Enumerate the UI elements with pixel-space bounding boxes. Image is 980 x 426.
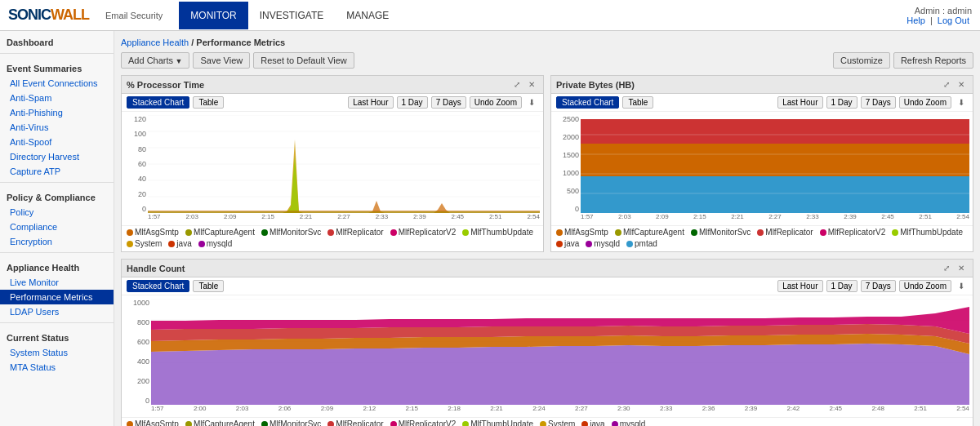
handle-y-axis: 1000 800 600 400 200 0 xyxy=(125,299,151,405)
nav-tabs: MONITOR INVESTIGATE MANAGE xyxy=(179,2,400,29)
help-link[interactable]: Help xyxy=(906,16,925,25)
customize-button[interactable]: Customize xyxy=(833,52,890,69)
handle-stacked-chart-btn[interactable]: Stacked Chart xyxy=(127,280,189,292)
processor-time-controls: ⤢ ✕ xyxy=(510,79,538,90)
tab-manage[interactable]: MANAGE xyxy=(335,2,400,29)
private-close-icon[interactable]: ✕ xyxy=(955,79,968,90)
legend-pb-mlfmonitorsvc: MlfMonitorSvc xyxy=(691,228,751,237)
handle-undo-zoom-btn[interactable]: Undo Zoom xyxy=(899,280,951,292)
breadcrumb-parent[interactable]: Appliance Health xyxy=(121,38,189,47)
breadcrumb-current: Performance Metrics xyxy=(196,38,285,47)
sidebar-item-anti-spoof[interactable]: Anti-Spoof xyxy=(0,135,114,149)
handle-chart-wrapper: 1000 800 600 400 200 0 xyxy=(125,299,969,405)
sidebar-item-mta-status[interactable]: MTA Status xyxy=(0,360,114,375)
divider-1 xyxy=(0,53,114,54)
legend-hc-mlfthumbupdate: MlfThumbUpdate xyxy=(462,419,533,426)
legend-pb-pmtad: pmtad xyxy=(626,239,657,248)
handle-close-icon[interactable]: ✕ xyxy=(955,263,968,273)
toolbar-right: Customize Refresh Reports xyxy=(833,52,973,69)
processor-time-title: % Processor Time xyxy=(127,80,204,90)
svg-marker-12 xyxy=(148,211,540,213)
sidebar-item-encryption[interactable]: Encryption xyxy=(0,234,114,249)
handle-download-icon[interactable]: ⬇ xyxy=(955,281,968,291)
private-table-btn[interactable]: Table xyxy=(622,96,653,109)
handle-svg xyxy=(151,299,969,405)
processor-1day-btn[interactable]: 1 Day xyxy=(397,96,428,109)
processor-table-btn[interactable]: Table xyxy=(193,96,224,109)
sidebar-item-anti-virus[interactable]: Anti-Virus xyxy=(0,120,114,135)
header-left: SONICWALL Email Security MONITOR INVESTI… xyxy=(8,2,400,29)
private-expand-icon[interactable]: ⤢ xyxy=(940,79,953,90)
private-last-hour-btn[interactable]: Last Hour xyxy=(777,96,822,109)
sidebar-item-performance-metrics[interactable]: Performance Metrics xyxy=(0,290,114,304)
private-bytes-panel: Private Bytes (HB) ⤢ ✕ Stacked Chart Tab… xyxy=(550,75,973,252)
processor-svg xyxy=(148,115,540,213)
private-legend: MlfAsgSmtp MlfCaptureAgent MlfMonitorSvc… xyxy=(551,225,973,251)
tab-monitor[interactable]: MONITOR xyxy=(179,2,247,29)
processor-undo-zoom-btn[interactable]: Undo Zoom xyxy=(470,96,522,109)
reset-default-button[interactable]: Reset to Default View xyxy=(253,52,354,69)
sidebar-item-policy[interactable]: Policy xyxy=(0,205,114,220)
handle-count-header: Handle Count ⤢ ✕ xyxy=(122,260,973,277)
divider-4 xyxy=(0,322,114,323)
processor-chart-body: 120 100 80 60 40 20 0 xyxy=(122,112,543,225)
legend-hc-mlfreplicatorv2: MlfReplicatorV2 xyxy=(390,419,457,426)
processor-sub-header: Stacked Chart Table Last Hour 1 Day 7 Da… xyxy=(122,94,543,112)
handle-expand-icon[interactable]: ⤢ xyxy=(940,263,953,273)
legend-pb-mlfreplicator: MlfReplicator xyxy=(757,228,813,237)
private-bytes-controls: ⤢ ✕ xyxy=(940,79,968,90)
private-undo-zoom-btn[interactable]: Undo Zoom xyxy=(899,96,951,109)
sidebar-item-anti-phishing[interactable]: Anti-Phishing xyxy=(0,105,114,120)
legend-item-java: java xyxy=(168,239,191,248)
top-charts-row: % Processor Time ⤢ ✕ Stacked Chart Table… xyxy=(121,75,973,252)
private-download-icon[interactable]: ⬇ xyxy=(955,97,968,108)
breadcrumb: Appliance Health / Performance Metrics xyxy=(121,38,973,47)
sidebar-item-system-status[interactable]: System Status xyxy=(0,345,114,360)
private-chart-content xyxy=(581,115,969,213)
tab-investigate[interactable]: INVESTIGATE xyxy=(248,2,335,29)
processor-chart-content xyxy=(148,115,540,213)
processor-close-icon[interactable]: ✕ xyxy=(525,79,538,90)
toolbar: Add Charts Save View Reset to Default Vi… xyxy=(121,52,973,69)
processor-legend: MlfAsgSmtp MlfCaptureAgent MlfMonitorSvc… xyxy=(122,225,543,251)
sidebar-item-directory-harvest[interactable]: Directory Harvest xyxy=(0,149,114,164)
processor-stacked-chart-btn[interactable]: Stacked Chart xyxy=(127,96,189,109)
sidebar-section-appliance-health: Appliance Health xyxy=(0,256,114,275)
handle-7days-btn[interactable]: 7 Days xyxy=(861,280,896,292)
sidebar-section-dashboard: Dashboard xyxy=(0,31,114,50)
add-charts-button[interactable]: Add Charts xyxy=(121,52,189,69)
private-svg xyxy=(581,115,969,213)
handle-count-title: Handle Count xyxy=(127,264,185,273)
logo: SONICWALL xyxy=(8,7,89,24)
refresh-reports-button[interactable]: Refresh Reports xyxy=(893,52,973,69)
private-7days-btn[interactable]: 7 Days xyxy=(861,96,896,109)
processor-download-icon[interactable]: ⬇ xyxy=(525,97,538,108)
processor-7days-btn[interactable]: 7 Days xyxy=(431,96,466,109)
legend-pb-mlfreplicatorv2: MlfReplicatorV2 xyxy=(820,228,886,237)
handle-table-btn[interactable]: Table xyxy=(193,280,224,292)
private-chart-body: 2500 2000 1500 1000 500 0 xyxy=(551,112,973,225)
legend-pb-mysqld: mysqld xyxy=(586,239,620,248)
processor-last-hour-btn[interactable]: Last Hour xyxy=(348,96,393,109)
handle-1day-btn[interactable]: 1 Day xyxy=(826,280,858,292)
handle-chart-body: 1000 800 600 400 200 0 xyxy=(122,295,973,417)
processor-expand-icon[interactable]: ⤢ xyxy=(510,79,523,90)
sidebar-item-all-event-connections[interactable]: All Event Connections xyxy=(0,76,114,91)
sidebar-item-anti-spam[interactable]: Anti-Spam xyxy=(0,91,114,105)
handle-sub-header: Stacked Chart Table Last Hour 1 Day 7 Da… xyxy=(122,277,973,295)
sidebar-item-ldap-users[interactable]: LDAP Users xyxy=(0,304,114,319)
sidebar-section-policy-compliance: Policy & Compliance xyxy=(0,186,114,205)
legend-item-mlfreplicatorv2: MlfReplicatorV2 xyxy=(390,228,457,237)
sidebar-section-event-summaries: Event Summaries xyxy=(0,57,114,76)
save-view-button[interactable]: Save View xyxy=(193,52,250,69)
divider-3 xyxy=(0,252,114,253)
legend-item-mlfreplicator: MlfReplicator xyxy=(327,228,383,237)
sidebar-item-live-monitor[interactable]: Live Monitor xyxy=(0,275,114,290)
logout-link[interactable]: Log Out xyxy=(938,16,969,25)
private-stacked-chart-btn[interactable]: Stacked Chart xyxy=(556,96,619,109)
sidebar-item-capture-atp[interactable]: Capture ATP xyxy=(0,164,114,179)
private-1day-btn[interactable]: 1 Day xyxy=(826,96,858,109)
handle-last-hour-btn[interactable]: Last Hour xyxy=(777,280,822,292)
sidebar-item-compliance[interactable]: Compliance xyxy=(0,220,114,234)
legend-item-mlfmonitorsvc: MlfMonitorSvc xyxy=(261,228,321,237)
